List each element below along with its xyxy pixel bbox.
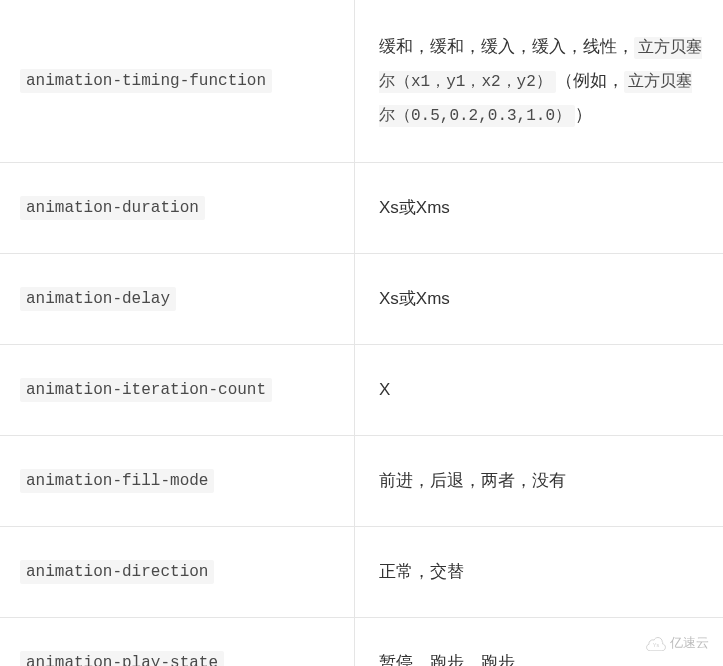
table-row: animation-iteration-countX xyxy=(0,345,723,436)
table-row: animation-delayXs或Xms xyxy=(0,254,723,345)
value-cell: 正常，交替 xyxy=(355,527,723,617)
cloud-icon: Ys xyxy=(645,635,667,651)
table-row: animation-direction正常，交替 xyxy=(0,527,723,618)
value-text: Xs或Xms xyxy=(379,289,450,308)
value-text: 缓和，缓和，缓入，缓入，线性， xyxy=(379,37,634,56)
property-code: animation-duration xyxy=(20,196,205,220)
value-text: 前进，后退，两者，没有 xyxy=(379,471,566,490)
value-cell: 缓和，缓和，缓入，缓入，线性，立方贝塞尔（x1，y1，x2，y2）（例如，立方贝… xyxy=(355,0,723,162)
value-cell: X xyxy=(355,345,723,435)
property-cell: animation-timing-function xyxy=(0,0,355,162)
value-text: Xs或Xms xyxy=(379,198,450,217)
property-cell: animation-iteration-count xyxy=(0,345,355,435)
value-text: 暂停，跑步，跑步 xyxy=(379,653,515,666)
value-text: （例如， xyxy=(556,71,624,90)
property-code: animation-fill-mode xyxy=(20,469,214,493)
property-code: animation-delay xyxy=(20,287,176,311)
value-text: 正常，交替 xyxy=(379,562,464,581)
table-row: animation-durationXs或Xms xyxy=(0,163,723,254)
watermark-text: 亿速云 xyxy=(670,634,709,652)
table-row: animation-fill-mode前进，后退，两者，没有 xyxy=(0,436,723,527)
property-code: animation-timing-function xyxy=(20,69,272,93)
property-code: animation-play-state xyxy=(20,651,224,666)
property-code: animation-direction xyxy=(20,560,214,584)
value-cell: Xs或Xms xyxy=(355,254,723,344)
table-row: animation-timing-function缓和，缓和，缓入，缓入，线性，… xyxy=(0,0,723,163)
svg-text:Ys: Ys xyxy=(653,642,660,648)
value-text: X xyxy=(379,380,390,399)
watermark: Ys 亿速云 xyxy=(645,634,709,652)
property-cell: animation-delay xyxy=(0,254,355,344)
value-cell: 前进，后退，两者，没有 xyxy=(355,436,723,526)
property-cell: animation-play-state xyxy=(0,618,355,666)
value-text: ） xyxy=(575,105,592,124)
css-properties-table: animation-timing-function缓和，缓和，缓入，缓入，线性，… xyxy=(0,0,723,666)
property-cell: animation-direction xyxy=(0,527,355,617)
property-cell: animation-fill-mode xyxy=(0,436,355,526)
property-code: animation-iteration-count xyxy=(20,378,272,402)
value-cell: Xs或Xms xyxy=(355,163,723,253)
property-cell: animation-duration xyxy=(0,163,355,253)
table-row: animation-play-state暂停，跑步，跑步 xyxy=(0,618,723,666)
